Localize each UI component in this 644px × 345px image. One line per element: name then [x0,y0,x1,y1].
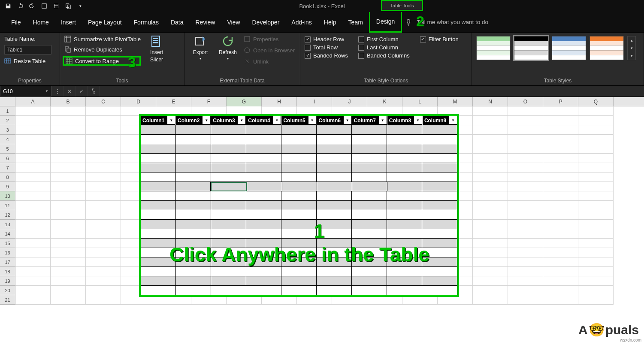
cell[interactable] [15,276,51,286]
cell[interactable] [51,286,86,295]
table-cell[interactable] [387,191,422,201]
cell[interactable] [543,267,578,276]
column-header[interactable]: A [15,97,51,106]
tab-addins[interactable]: Add-ins [285,12,317,33]
redo-icon[interactable] [27,1,37,11]
table-cell[interactable] [387,201,422,210]
tab-review[interactable]: Review [190,12,221,33]
cell[interactable] [86,182,121,191]
table-cell[interactable] [281,267,317,276]
row-header[interactable]: 11 [0,201,15,210]
cell[interactable] [15,257,51,267]
cell[interactable] [508,135,543,144]
row-header[interactable]: 21 [0,295,15,305]
cell[interactable] [473,267,508,276]
cell[interactable] [473,239,508,248]
cell[interactable] [508,154,543,163]
table-cell[interactable] [141,125,176,135]
table-cell[interactable] [281,229,317,239]
cell[interactable] [508,172,543,182]
table-cell[interactable] [211,144,246,154]
cell[interactable] [578,172,614,182]
table-cell[interactable] [422,125,457,135]
cell[interactable] [473,182,508,191]
table-cell[interactable] [211,286,246,295]
cell[interactable] [578,276,614,286]
header-row-checkbox[interactable]: Header Row [305,36,348,42]
table-header-cell[interactable]: Column5▼ [281,116,317,125]
cell[interactable] [543,220,578,229]
table-cell[interactable] [352,135,387,144]
table-header-cell[interactable]: Column3▼ [211,116,246,125]
cell[interactable] [578,229,614,239]
cell[interactable] [51,125,86,135]
table-cell[interactable] [141,135,176,144]
column-header[interactable]: L [402,97,438,106]
cell[interactable] [15,163,51,172]
cell[interactable] [15,172,51,182]
table-cell[interactable] [211,172,246,182]
table-cell[interactable] [352,229,387,239]
filter-dropdown-icon[interactable]: ▼ [414,116,422,124]
cell[interactable] [473,154,508,163]
save-icon[interactable] [3,1,13,11]
table-style-swatch[interactable] [552,36,586,60]
cell[interactable] [86,286,121,295]
cell[interactable] [51,106,86,116]
table-cell[interactable] [387,144,422,154]
table-cell[interactable] [141,154,176,163]
cell[interactable] [508,295,543,305]
cell[interactable] [15,248,51,257]
table-header-cell[interactable]: Column9▼ [423,116,457,125]
tab-design[interactable]: Design [369,12,402,33]
table-cell[interactable] [141,144,176,154]
row-header[interactable]: 8 [0,172,15,182]
table-cell[interactable] [247,182,282,191]
cell[interactable] [578,210,614,220]
cell[interactable] [86,201,121,210]
table-cell[interactable] [246,154,281,163]
column-header[interactable]: O [508,97,543,106]
column-header[interactable]: G [227,97,262,106]
table-cell[interactable] [141,210,176,220]
table-header-cell[interactable]: Column6▼ [317,116,352,125]
cell[interactable] [86,144,121,154]
gallery-more-button[interactable]: ▴▾▾ [627,36,636,60]
cell[interactable] [86,163,121,172]
table-cell[interactable] [246,276,281,286]
row-header[interactable]: 1 [0,106,15,116]
table-cell[interactable] [176,144,211,154]
table-cell[interactable] [352,220,387,229]
cell[interactable] [51,295,86,305]
table-cell[interactable] [352,267,387,276]
table-cell[interactable] [387,220,422,229]
cell[interactable] [508,106,543,116]
column-header[interactable]: F [191,97,227,106]
table-cell[interactable] [176,125,211,135]
table-cell[interactable] [387,210,422,220]
cell[interactable] [578,182,614,191]
row-header[interactable]: 10 [0,191,15,201]
table-style-swatch[interactable] [590,36,624,60]
cell[interactable] [473,276,508,286]
cell[interactable] [578,286,614,295]
column-header[interactable]: M [438,97,473,106]
lightbulb-icon[interactable] [404,19,413,26]
cell[interactable] [508,201,543,210]
table-cell[interactable] [317,125,352,135]
table-cell[interactable] [422,154,457,163]
row-header[interactable]: 12 [0,210,15,220]
cell[interactable] [51,229,86,239]
table-cell[interactable] [422,135,457,144]
row-headers[interactable]: 123456789101112131415161718192021 [0,106,15,305]
cell[interactable] [543,191,578,201]
table-cell[interactable] [422,267,457,276]
cell[interactable] [86,116,121,125]
filter-dropdown-icon[interactable]: ▼ [308,116,316,124]
table-cell[interactable] [352,125,387,135]
filter-dropdown-icon[interactable]: ▼ [273,116,281,124]
table-header-cell[interactable]: Column7▼ [352,116,387,125]
table-cell[interactable] [176,172,211,182]
cell[interactable] [508,116,543,125]
cell[interactable] [51,191,86,201]
